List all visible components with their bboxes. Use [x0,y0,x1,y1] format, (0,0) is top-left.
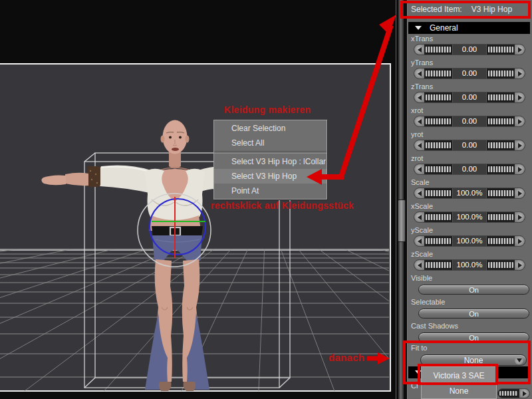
slider-rib[interactable] [487,94,514,101]
slider-rib[interactable] [425,118,452,125]
selected-item-label: Selected Item: [411,5,462,14]
param-slider[interactable]: 0.00 [414,68,525,79]
slider-rib[interactable] [487,46,514,53]
arrow-left-icon[interactable] [414,45,424,55]
slider-rib[interactable] [425,94,452,101]
dropdown-option-victoria-3-sae[interactable]: Victoria 3 SAE [422,367,496,384]
arrow-left-icon[interactable] [414,236,424,246]
arrow-left-icon[interactable] [414,164,424,174]
arrow-left-icon[interactable] [414,92,424,102]
slider-rib[interactable] [487,142,514,149]
arrow-right-icon[interactable] [519,389,529,398]
param-slider[interactable]: 0.00 [414,92,525,103]
app-window: Kleidung makieren rechtsklick auf Kleidu… [0,0,532,399]
param-row-ytrans: yTrans 0.00 [407,59,532,82]
slider-rib[interactable] [425,237,452,245]
slider-rib[interactable] [425,213,452,221]
cast-shadows-toggle-button[interactable]: On [418,332,529,342]
param-slider[interactable]: 100.0% [414,188,525,199]
partial-section-label: Cr [411,382,419,390]
section-general-label: General [430,23,458,33]
slider-rib[interactable] [487,237,514,245]
slider-rib[interactable] [487,213,514,221]
param-slider[interactable]: 0.00 [414,44,525,55]
annotation-mark-clothing: Kleidung makieren [224,104,311,115]
slider-rib[interactable] [487,166,514,173]
arrow-right-icon[interactable] [515,164,525,174]
param-value[interactable]: 0.00 [452,45,487,55]
toggle-row-visible: Visible On [407,274,532,298]
arrow-left-icon[interactable] [414,68,424,78]
visible-toggle-button[interactable]: On [418,285,529,295]
fit-to-dropdown-list: Victoria 3 SAE None [421,366,497,399]
partial-slider-fragment[interactable] [497,388,530,398]
arrow-left-icon[interactable] [414,260,424,270]
arrow-left-icon[interactable] [414,188,424,198]
selectable-toggle-button[interactable]: On [418,309,529,319]
param-label: xrot [411,106,532,115]
param-value[interactable]: 100.0% [452,260,487,270]
slider-rib[interactable] [425,142,452,149]
param-label: yTrans [411,59,532,67]
3d-viewport[interactable] [0,0,395,399]
arrow-right-icon[interactable] [515,188,525,198]
param-label: Scale [411,178,532,187]
arrow-right-icon[interactable] [515,212,525,222]
fit-to-dropdown[interactable]: None [420,354,527,366]
param-slider[interactable]: 0.00 [414,116,525,127]
param-value[interactable]: 0.00 [452,140,487,150]
menu-item-select-lcollar[interactable]: Select V3 Hip Hop : lCollar [214,154,327,169]
param-slider[interactable]: 100.0% [414,259,525,271]
chevron-down-icon[interactable] [515,356,523,364]
arrow-right-icon[interactable] [515,236,525,246]
param-row-zscale: zScale 100.0% [407,250,532,274]
arrow-left-icon[interactable] [414,116,424,126]
fit-to-block: Fit to None [407,344,532,366]
fit-to-label: Fit to [411,344,532,352]
slider-rib[interactable] [487,190,514,197]
param-value[interactable]: 0.00 [452,164,487,174]
slider-rib[interactable] [487,70,514,77]
param-value[interactable]: 100.0% [452,236,487,246]
menu-item-select-v3-hip-hop[interactable]: Select V3 Hip Hop [214,169,327,184]
menu-item-clear-selection[interactable]: Clear Selection [214,121,327,136]
context-menu: Clear Selection Select All Select V3 Hip… [213,120,327,200]
menu-item-point-at[interactable]: Point At [214,184,327,198]
slider-rib[interactable] [425,190,452,197]
slider-rib[interactable] [425,166,452,173]
slider-rib[interactable] [425,261,452,269]
arrow-right-icon[interactable] [515,116,525,126]
section-header-general[interactable]: General [408,22,530,34]
dropdown-option-none[interactable]: None [422,384,496,398]
arrow-right-icon[interactable] [515,68,525,78]
menu-item-select-all[interactable]: Select All [214,136,327,150]
arrow-left-icon[interactable] [414,212,424,222]
param-label: yrot [411,130,532,139]
slider-rib[interactable] [487,118,514,125]
slider-rib[interactable] [487,261,514,269]
param-value[interactable]: 0.00 [452,116,487,126]
arrow-right-icon[interactable] [515,260,525,270]
fit-to-value: None [464,356,483,365]
scrollbar-handle[interactable] [398,200,406,242]
slider-rib[interactable] [499,390,519,396]
param-value[interactable]: 100.0% [452,212,487,222]
arrow-right-icon[interactable] [515,45,525,55]
toggle-label: Selectable [411,298,532,307]
slider-rib[interactable] [425,70,452,77]
param-value[interactable]: 0.00 [452,92,487,102]
param-slider[interactable]: 0.00 [414,140,525,151]
param-label: xTrans [411,35,532,43]
arrow-right-icon[interactable] [515,92,525,102]
param-value[interactable]: 0.00 [452,68,487,78]
param-slider[interactable]: 0.00 [414,164,525,175]
arrow-left-icon[interactable] [414,140,424,150]
param-label: zScale [411,250,532,259]
arrow-right-icon[interactable] [515,140,525,150]
param-label: xScale [411,202,532,211]
selected-item-value: V3 Hip Hop [471,5,512,14]
param-slider[interactable]: 100.0% [414,235,525,247]
param-value[interactable]: 100.0% [452,188,487,198]
param-slider[interactable]: 100.0% [414,211,525,223]
slider-rib[interactable] [425,46,452,53]
